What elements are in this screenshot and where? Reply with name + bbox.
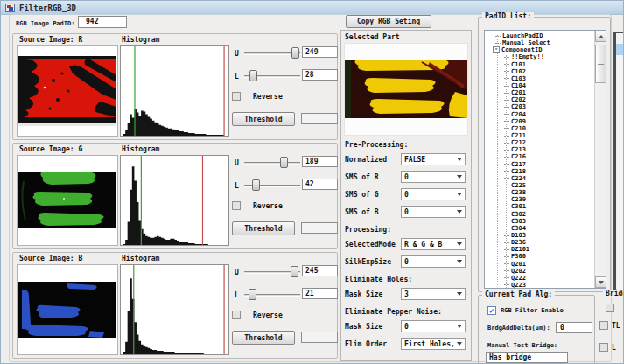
manual-test-bridge-field[interactable]: Has bridge <box>486 352 568 363</box>
u-value-field[interactable]: 189 <box>302 156 338 167</box>
tree-item-c104[interactable]: C104 <box>485 82 594 89</box>
tree-item-c101[interactable]: C101 <box>485 61 594 68</box>
tree-item-launchpadid[interactable]: LaunchPadID <box>485 32 594 39</box>
threshold-status-field[interactable] <box>301 113 338 124</box>
u-slider[interactable] <box>244 266 300 278</box>
combo-selectedmode[interactable]: R & G & B <box>401 238 466 250</box>
tree-item-label: C212 <box>511 139 526 146</box>
rgb-filter-enable-checkbox[interactable]: ✔ <box>487 306 496 315</box>
tree-item-c209[interactable]: C209 <box>485 118 594 125</box>
reverse-checkbox[interactable] <box>232 201 241 210</box>
tree-item-c213[interactable]: C213 <box>485 146 594 153</box>
l-value-field[interactable]: 42 <box>302 178 338 190</box>
l-value-field[interactable]: 28 <box>302 69 338 80</box>
tree-item-c224[interactable]: C224 <box>485 175 594 182</box>
l-checkbox[interactable] <box>599 343 608 352</box>
tree-connector <box>504 178 509 178</box>
u-value-field[interactable]: 249 <box>302 46 338 58</box>
combo-elim-order[interactable]: First Holes, <box>401 338 466 350</box>
copy-rgb-setting-button[interactable]: Copy RGB Seting <box>346 15 431 28</box>
reverse-checkbox[interactable] <box>232 311 241 319</box>
tree-item-c217[interactable]: C217 <box>485 161 594 168</box>
l-slider-thumb[interactable] <box>249 289 256 300</box>
u-slider-thumb[interactable] <box>291 266 298 277</box>
tree-item-c202[interactable]: C202 <box>485 96 594 103</box>
threshold-button[interactable]: Threshold <box>232 331 295 345</box>
combo-sms-of-b[interactable]: 0 <box>401 206 466 218</box>
l-value-field[interactable]: 21 <box>302 288 338 299</box>
u-slider[interactable] <box>244 157 300 169</box>
tree-item-c210[interactable]: C210 <box>485 125 594 132</box>
pad-id-list-panel: PadID List: LaunchPadIDManual Select-Com… <box>478 17 611 292</box>
threshold-button[interactable]: Threshold <box>232 221 295 235</box>
tree-scrollbar[interactable] <box>594 31 606 288</box>
tree-connector <box>504 164 509 164</box>
tree-item-c204[interactable]: C204 <box>485 111 594 118</box>
tree-connector <box>504 186 509 186</box>
combo-normalized[interactable]: FALSE <box>401 153 466 165</box>
tree-item-c211[interactable]: C211 <box>485 132 594 139</box>
tree-item-p300[interactable]: P300 <box>485 253 594 260</box>
tree-item-c201[interactable]: C201 <box>485 89 594 96</box>
threshold-button[interactable]: Threshold <box>232 112 295 126</box>
l-slider[interactable] <box>244 289 300 301</box>
combo-silkexpsize[interactable]: 0 <box>401 256 466 268</box>
tree-item--empty-[interactable]: !!Empty!! <box>485 53 594 60</box>
combo-sms-of-r[interactable]: 0 <box>401 171 466 183</box>
tree-item-q222[interactable]: Q222 <box>485 275 594 282</box>
l-slider-thumb[interactable] <box>249 70 257 81</box>
tree-item-d236[interactable]: D236 <box>485 239 594 246</box>
u-slider-thumb[interactable] <box>280 157 288 168</box>
tree-connector <box>504 242 509 243</box>
combo-sms-of-g[interactable]: 0 <box>401 188 466 200</box>
threshold-status-field[interactable] <box>301 222 338 234</box>
tree-item-c225[interactable]: C225 <box>485 182 594 189</box>
tree-item-manual-select[interactable]: Manual Select <box>485 39 594 46</box>
tree-item-q202[interactable]: Q202 <box>485 268 594 275</box>
tree-item-label: C209 <box>511 118 526 125</box>
tree-connector <box>504 157 509 158</box>
processing-sections: Pre-Processing:NormalizedFALSESMS of R0S… <box>341 136 471 353</box>
combo-value: 0 <box>404 323 457 331</box>
u-slider[interactable] <box>244 47 300 60</box>
tree-item-c212[interactable]: C212 <box>485 139 594 146</box>
tl-checkbox[interactable] <box>599 321 608 330</box>
tree-item-c303[interactable]: C303 <box>485 218 594 225</box>
tree-item-c216[interactable]: C216 <box>485 153 594 160</box>
reverse-checkbox[interactable] <box>232 92 241 101</box>
tree-item-q201[interactable]: Q201 <box>485 261 594 268</box>
tree-item-c302[interactable]: C302 <box>485 211 594 218</box>
pad-id-field[interactable]: 942 <box>78 16 127 28</box>
u-slider-thumb[interactable] <box>291 47 299 59</box>
bridge-checkbox[interactable] <box>606 304 614 312</box>
tree-item-c238[interactable]: C238 <box>485 189 594 196</box>
tree-item-q223[interactable]: Q223 <box>485 282 594 288</box>
tree-item-c218[interactable]: C218 <box>485 168 594 175</box>
rgb-filter-enable-row: ✔ RGB Filter Enable <box>487 306 564 315</box>
current-pad-alg-title: Current Pad Alg: <box>482 290 555 298</box>
scrollbar-down-arrow-icon[interactable] <box>595 276 606 288</box>
tree-item-componentid[interactable]: -ComponentID <box>485 46 594 53</box>
tree-item-c203[interactable]: C203 <box>485 103 594 110</box>
u-value-field[interactable]: 245 <box>302 265 338 276</box>
l-slider-thumb[interactable] <box>252 179 260 191</box>
l-slider[interactable] <box>244 70 300 82</box>
tree-item-c301[interactable]: C301 <box>485 203 594 210</box>
l-slider[interactable] <box>244 179 300 192</box>
scrollbar-up-arrow-icon[interactable] <box>595 31 606 42</box>
scrollbar-thumb[interactable] <box>595 45 606 83</box>
tree-item-label: D236 <box>511 239 526 246</box>
tree-collapse-icon[interactable]: - <box>493 46 500 53</box>
tree-item-c102[interactable]: C102 <box>485 68 594 75</box>
tree-item-c239[interactable]: C239 <box>485 196 594 203</box>
threshold-status-field[interactable] <box>301 332 338 343</box>
combo-mask-size[interactable]: 0 <box>401 320 466 332</box>
tree-item-c103[interactable]: C103 <box>485 75 594 82</box>
tree-item-label: C216 <box>511 153 526 160</box>
tree-item-d103[interactable]: D103 <box>485 232 594 239</box>
tree-item-c304[interactable]: C304 <box>485 225 594 232</box>
combo-mask-size[interactable]: 3 <box>401 288 466 300</box>
tree-connector <box>504 86 509 87</box>
brdg-add-delta-field[interactable]: 0 <box>556 322 592 333</box>
tree-item-dz101[interactable]: DZ101 <box>485 246 594 253</box>
